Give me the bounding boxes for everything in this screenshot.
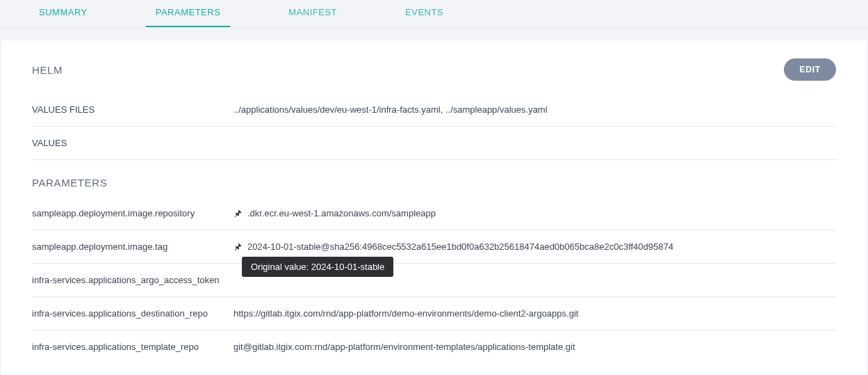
key-argo-access-token: infra-services.applications_argo_access_… bbox=[32, 275, 234, 285]
edit-button[interactable]: EDIT bbox=[784, 58, 836, 81]
tab-events[interactable]: EVENTS bbox=[395, 0, 453, 27]
key-image-tag: sampleapp.deployment.image.tag bbox=[32, 241, 234, 252]
pin-icon bbox=[234, 209, 242, 218]
val-destination-repo: https://gitlab.itgix.com/rnd/app-platfor… bbox=[234, 308, 578, 319]
label-values-files: VALUES FILES bbox=[32, 104, 234, 115]
row-template-repo: infra-services.applications_template_rep… bbox=[32, 330, 836, 363]
value-values-files: ../applications/values/dev/eu-west-1/inf… bbox=[234, 104, 548, 115]
row-argo-access-token: infra-services.applications_argo_access_… bbox=[32, 264, 836, 297]
row-values-files: VALUES FILES ../applications/values/dev/… bbox=[32, 93, 836, 127]
parameters-panel: HELM EDIT VALUES FILES ../applications/v… bbox=[1, 40, 867, 374]
tab-summary[interactable]: SUMMARY bbox=[29, 0, 97, 27]
tabs-bar: SUMMARY PARAMETERS MANIFEST EVENTS bbox=[0, 0, 868, 28]
tooltip-value: 2024-10-01-stable bbox=[311, 262, 385, 272]
row-values: VALUES bbox=[32, 127, 836, 160]
val-image-tag: 2024-10-01-stable@sha256:4968cec5532a615… bbox=[247, 241, 673, 252]
row-image-repository: sampleapp.deployment.image.repository .d… bbox=[32, 197, 836, 230]
helm-title: HELM bbox=[32, 64, 63, 76]
key-image-repository: sampleapp.deployment.image.repository bbox=[32, 208, 234, 218]
tab-manifest[interactable]: MANIFEST bbox=[279, 0, 347, 27]
tooltip-original-value: Original value: 2024-10-01-stable bbox=[242, 257, 393, 277]
parameters-title: PARAMETERS bbox=[32, 177, 836, 189]
val-template-repo: git@gitlab.itgix.com:rnd/app-platform/en… bbox=[234, 342, 575, 352]
row-image-tag: sampleapp.deployment.image.tag 2024-10-0… bbox=[32, 230, 836, 264]
pin-icon bbox=[234, 243, 242, 251]
key-destination-repo: infra-services.applications_destination_… bbox=[32, 308, 234, 319]
row-destination-repo: infra-services.applications_destination_… bbox=[32, 297, 836, 330]
tooltip-label: Original value: bbox=[251, 262, 311, 272]
label-values: VALUES bbox=[32, 138, 234, 148]
tab-parameters[interactable]: PARAMETERS bbox=[146, 0, 231, 27]
val-image-repository: .dkr.ecr.eu-west-1.amazonaws.com/samplea… bbox=[247, 208, 436, 218]
key-template-repo: infra-services.applications_template_rep… bbox=[32, 342, 234, 352]
